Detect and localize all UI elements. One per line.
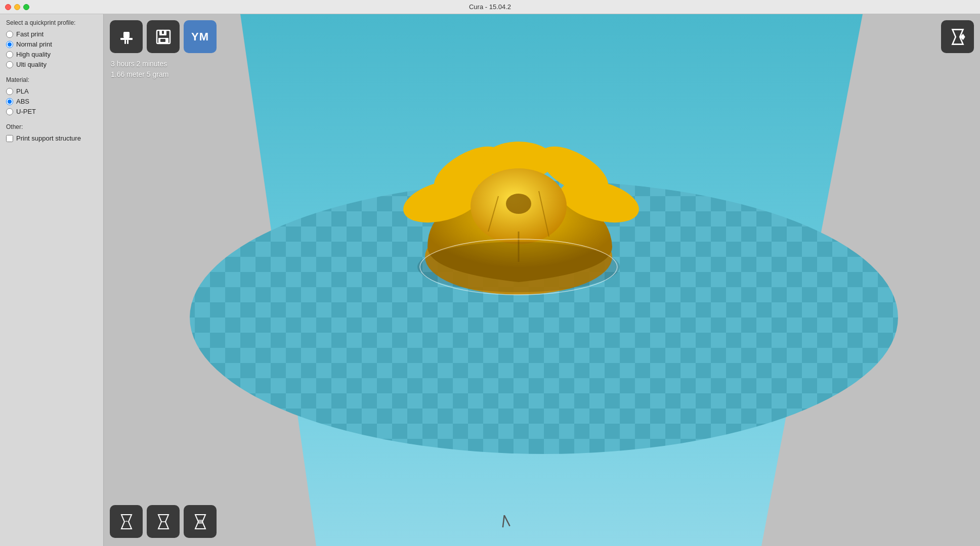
svg-rect-50 (198, 520, 202, 524)
traffic-lights (5, 4, 29, 10)
material-upet-radio[interactable] (6, 108, 13, 115)
sidebar: Select a quickprint profile: Fast print … (0, 14, 104, 546)
viewport[interactable]: YM 3 hours 2 minutes 1.66 meter 5 gram (104, 14, 980, 546)
material-section-label: Material: (6, 76, 97, 83)
ym-button[interactable]: YM (184, 20, 217, 53)
profile-ulti-quality[interactable]: Ulti quality (6, 61, 97, 68)
svg-rect-34 (160, 39, 165, 42)
top-right-view-button[interactable] (941, 20, 974, 53)
load-model-button[interactable] (110, 20, 143, 53)
view-mode-1-button[interactable] (110, 505, 143, 538)
hourglass-view-icon (947, 26, 968, 48)
profile-fast-print-radio[interactable] (6, 31, 13, 38)
svg-rect-30 (127, 40, 129, 44)
print-material: 1.66 meter 5 gram (111, 69, 168, 80)
svg-rect-27 (120, 38, 133, 40)
3d-scene[interactable] (104, 14, 980, 546)
material-pla[interactable]: PLA (6, 87, 97, 95)
svg-line-52 (504, 515, 510, 527)
toolbar-bottom (110, 505, 217, 538)
profile-radio-group: Fast print Normal print High quality Ult… (6, 30, 97, 68)
view-mode-2-button[interactable] (147, 505, 180, 538)
svg-point-21 (506, 194, 531, 214)
save-icon (153, 27, 174, 47)
material-upet-label: U-PET (16, 108, 36, 115)
toolbar-top: YM (110, 20, 217, 53)
profile-ulti-quality-label: Ulti quality (16, 61, 47, 68)
print-support-checkbox-label[interactable]: Print support structure (6, 134, 97, 142)
window-title: Cura - 15.04.2 (469, 3, 511, 11)
print-support-label: Print support structure (16, 134, 81, 142)
print-info: 3 hours 2 minutes 1.66 meter 5 gram (111, 59, 168, 80)
material-upet[interactable]: U-PET (6, 108, 97, 115)
view-mode-1-icon (116, 512, 137, 532)
material-abs-radio[interactable] (6, 98, 13, 105)
profile-normal-print-label: Normal print (16, 40, 52, 48)
main-container: Select a quickprint profile: Fast print … (0, 14, 980, 546)
profile-high-quality-radio[interactable] (6, 51, 13, 58)
profile-high-quality-label: High quality (16, 51, 51, 58)
titlebar: Cura - 15.04.2 (0, 0, 980, 14)
close-button[interactable] (5, 4, 11, 10)
svg-rect-28 (123, 32, 130, 38)
svg-rect-29 (124, 40, 126, 44)
cursor-icon (496, 512, 514, 529)
material-pla-radio[interactable] (6, 88, 13, 95)
profile-normal-print[interactable]: Normal print (6, 40, 97, 48)
profile-section-label: Select a quickprint profile: (6, 19, 97, 26)
material-radio-group: PLA ABS U-PET (6, 87, 97, 115)
material-pla-label: PLA (16, 87, 29, 95)
save-button[interactable] (147, 20, 180, 53)
svg-point-25 (417, 242, 620, 292)
profile-fast-print-label: Fast print (16, 30, 44, 38)
profile-high-quality[interactable]: High quality (6, 51, 97, 58)
ym-label: YM (191, 30, 209, 43)
print-time: 3 hours 2 minutes (111, 59, 168, 69)
view-mode-3-button[interactable] (184, 505, 217, 538)
minimize-button[interactable] (14, 4, 20, 10)
profile-normal-print-radio[interactable] (6, 41, 13, 48)
print-support-checkbox[interactable] (6, 135, 13, 142)
other-section-label: Other: (6, 123, 97, 130)
svg-rect-35 (162, 31, 164, 34)
view-mode-2-icon (153, 512, 174, 532)
profile-fast-print[interactable]: Fast print (6, 30, 97, 38)
load-icon (116, 27, 137, 47)
profile-ulti-quality-radio[interactable] (6, 61, 13, 68)
view-mode-3-icon (190, 512, 210, 532)
material-abs-label: ABS (16, 98, 29, 105)
material-abs[interactable]: ABS (6, 98, 97, 105)
maximize-button[interactable] (23, 4, 29, 10)
